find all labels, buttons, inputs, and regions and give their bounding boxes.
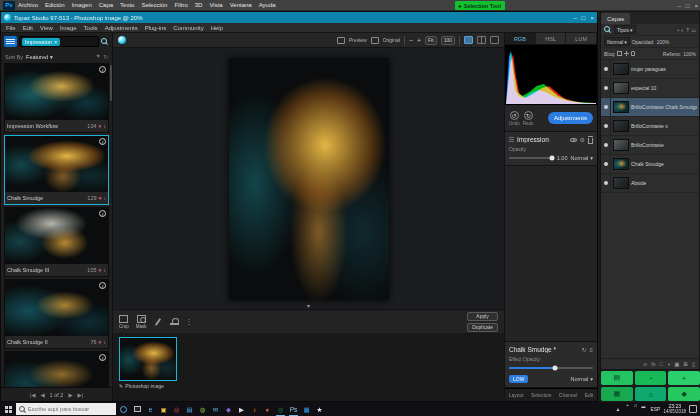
single-view-button[interactable] [464, 36, 473, 44]
menu-item[interactable]: File [6, 25, 16, 31]
menu-item[interactable]: Edit [23, 25, 33, 31]
search-filter-chip[interactable]: Impression × [22, 38, 60, 46]
bottom-tab[interactable]: Channel [559, 392, 578, 398]
layer-visibility-eye-icon[interactable] [601, 174, 611, 192]
mask-tool-button[interactable]: Mask [136, 315, 147, 329]
layer-action-icon[interactable]: fx [651, 361, 655, 367]
menu-item[interactable]: Capa [99, 2, 113, 8]
taskbar-search[interactable] [16, 403, 116, 415]
taskbar-app-button[interactable]: ● [261, 402, 274, 416]
taskbar-app-button[interactable]: e [144, 402, 157, 416]
layer-name[interactable]: Abside [631, 180, 697, 186]
gear-icon[interactable]: ⚙ [580, 137, 585, 143]
bottom-tab[interactable]: Selection [531, 392, 552, 398]
taskbar-app-button[interactable]: ◍ [274, 402, 287, 416]
canvas-image[interactable] [229, 58, 389, 300]
taskbar-app-button[interactable]: ◎ [170, 402, 183, 416]
menu-item[interactable]: Vista [209, 2, 222, 8]
sort-dropdown[interactable]: Featured ▾ [26, 54, 53, 60]
info-icon[interactable]: i [99, 138, 106, 145]
zoom-fit-button[interactable]: Fit [425, 36, 437, 45]
maximize-icon[interactable]: □ [582, 15, 586, 21]
preview-icon[interactable] [337, 37, 345, 44]
download-icon[interactable]: ↓ [104, 339, 107, 345]
trash-icon[interactable] [588, 138, 593, 144]
filter-icon[interactable]: ◐ [681, 27, 684, 33]
collapse-chevron-icon[interactable]: ▾ [307, 303, 310, 309]
taskbar-clock[interactable]: 23:23 14/05/2018 [663, 404, 686, 414]
effect-thumbnail[interactable]: i [5, 136, 108, 192]
heart-icon[interactable]: ♥ [99, 339, 102, 345]
info-icon[interactable]: i [99, 354, 106, 361]
layer-action-icon[interactable]: ⊞ [683, 361, 688, 367]
bottom-tab[interactable]: Edit [585, 392, 594, 398]
filter-search-icon[interactable] [604, 26, 612, 34]
menu-item[interactable]: Archivo [18, 2, 38, 8]
info-icon[interactable]: i [99, 210, 106, 217]
tab-capas[interactable]: Capas [601, 13, 630, 24]
desktop-tile[interactable]: ◆ [668, 387, 700, 401]
taskbar-app-button[interactable]: ▤ [183, 402, 196, 416]
effects-list[interactable]: i Impression Workflow 134 ♥ ↓ i [1, 63, 112, 387]
menu-item[interactable]: 3D [195, 2, 203, 8]
stamp-tool-button[interactable] [170, 318, 179, 326]
effect-card[interactable]: i Chalk Smudge 129 ♥ ↓ [4, 135, 109, 205]
layer-thumbnail[interactable] [613, 82, 629, 94]
task-view-button[interactable] [130, 402, 144, 416]
slider-handle[interactable] [549, 156, 554, 161]
blend-mode-dropdown[interactable]: Normal ▾ [571, 376, 594, 382]
close-icon[interactable]: × [590, 15, 594, 21]
refresh-icon[interactable]: ↻ [581, 347, 586, 353]
drag-handle-icon[interactable] [509, 137, 514, 142]
apply-button[interactable]: Apply [467, 312, 498, 321]
download-icon[interactable]: ↓ [104, 267, 107, 273]
visibility-eye-icon[interactable] [570, 138, 577, 142]
effect-card[interactable]: i Chalk Smudge III 56 ♥ ↓ [4, 351, 109, 387]
layer-action-icon[interactable]: ▣ [674, 361, 679, 367]
slider-handle[interactable] [553, 366, 558, 371]
keyboard-language[interactable]: ESP [650, 406, 660, 412]
redo-button[interactable]: ↻ Redo [523, 111, 534, 126]
menu-item[interactable]: Imagen [72, 2, 92, 8]
selection-tool-notification[interactable]: ▸ Selection Tool [455, 1, 505, 10]
layer-thumbnail[interactable] [613, 120, 629, 132]
low-quality-chip[interactable]: LOW [509, 375, 528, 383]
taskbar-search-input[interactable] [28, 406, 113, 412]
menu-item[interactable]: Ayuda [259, 2, 276, 8]
brush-tool-button[interactable] [154, 318, 163, 326]
hamburger-menu-button[interactable] [4, 36, 17, 47]
effect-opacity-slider[interactable] [509, 367, 593, 369]
fill-value[interactable]: 100% [683, 51, 696, 57]
layer-name[interactable]: mujer paraguas [631, 66, 697, 72]
histogram-tab[interactable]: LUM [566, 33, 597, 44]
taskbar-app-button[interactable]: ▦ [300, 402, 313, 416]
menu-item[interactable]: Help [211, 25, 223, 31]
minimize-icon[interactable]: – [678, 3, 681, 9]
effect-card[interactable]: i Chalk Smudge II 76 ♥ ↓ [4, 279, 109, 349]
tray-icon[interactable]: ◓ [623, 402, 631, 416]
layer-row[interactable]: BrilloContraste s [601, 117, 699, 136]
opacity-slider[interactable] [509, 157, 554, 159]
bottom-tab[interactable]: Layout [509, 392, 524, 398]
side-by-side-view-button[interactable] [490, 36, 499, 44]
zoom-100-button[interactable]: 100 [441, 36, 455, 45]
layer-row[interactable]: especial 10 [601, 79, 699, 98]
blend-mode-dropdown[interactable]: Normal ▾ [571, 155, 594, 161]
filter-icon[interactable]: T [686, 27, 689, 33]
taskbar-app-button[interactable]: Ps [287, 402, 300, 416]
layer-thumbnail[interactable] [613, 158, 629, 170]
effect-thumbnail[interactable]: i [5, 280, 108, 336]
filter-icon[interactable]: ▪ [677, 27, 679, 33]
layer-row[interactable]: Abside [601, 174, 699, 193]
layer-visibility-eye-icon[interactable] [601, 155, 611, 173]
layer-visibility-eye-icon[interactable] [601, 98, 611, 116]
minimize-icon[interactable]: – [574, 15, 577, 21]
filter-type-dropdown[interactable]: Tipos ▾ [614, 25, 636, 34]
zoom-in-icon[interactable]: + [417, 37, 421, 44]
lock-all-icon[interactable] [631, 51, 635, 56]
effect-thumbnail[interactable]: i [5, 64, 108, 120]
desktop-tile[interactable]: + [668, 371, 700, 385]
refresh-icon[interactable]: ↻ [103, 53, 108, 60]
heart-icon[interactable]: ♥ [99, 267, 102, 273]
taskbar-app-button[interactable]: ▶ [235, 402, 248, 416]
